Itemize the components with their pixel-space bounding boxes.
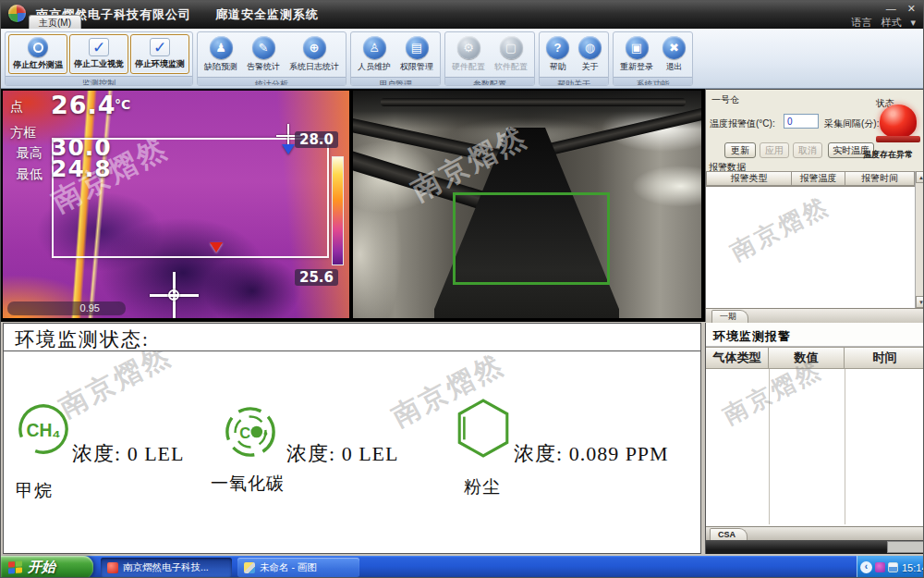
thermal-camera-feed[interactable]: 南京熠然 点 26.4 °C 方框 最高 30.0 最低 24.8 28.0 2…	[3, 91, 349, 318]
start-button[interactable]: 开始	[1, 556, 93, 578]
about-globe-icon: ◍	[578, 36, 602, 59]
scale-low-value: 25.6	[295, 269, 338, 286]
ribbon-group-statistics: ♟ 缺陷预测 ✎ 告警统计 ⊕ 系统日志统计 统计分析	[197, 31, 346, 86]
group-label: 系统功能	[614, 77, 692, 86]
ribbon: 停止红外测温 ✓ 停止工业视觉 ✓ 停止环境监测 监测控制 ♟ 缺陷预测	[1, 29, 924, 89]
stop-infrared-button[interactable]: 停止红外测温	[8, 34, 67, 74]
alarm-col-time[interactable]: 报警时间	[845, 171, 915, 186]
apply-button[interactable]: 应用	[760, 142, 789, 158]
scroll-up-icon[interactable]: ▲	[916, 171, 924, 183]
relogin-button[interactable]: ▣ 重新登录	[616, 34, 657, 75]
temp-alarm-label: 温度报警值(°C):	[710, 117, 775, 130]
dust-icon	[455, 398, 512, 459]
bin-title: 一号仓	[711, 93, 739, 106]
tab-phase-one[interactable]: 一期	[711, 310, 748, 323]
ribbon-group-monitor-control: 停止红外测温 ✓ 停止工业视觉 ✓ 停止环境监测 监测控制	[5, 31, 193, 86]
ribbon-group-user-management: ♙ 人员维护 ▤ 权限管理 用户管理	[350, 31, 441, 86]
permission-manage-button[interactable]: ▤ 权限管理	[396, 34, 437, 75]
cancel-button[interactable]: 取消	[793, 142, 822, 158]
relogin-icon: ▣	[626, 36, 649, 59]
ribbon-group-help-about: ? 帮助 ◍ 关于 帮助关于	[539, 31, 609, 86]
close-button[interactable]: ✕	[907, 3, 916, 15]
cctv-camera-feed[interactable]: 南京熠然	[353, 91, 701, 318]
style-menu[interactable]: 样式	[881, 16, 901, 30]
scroll-down-icon[interactable]: ▼	[916, 296, 924, 308]
tray-app-icon[interactable]	[875, 562, 885, 572]
stop-vision-button[interactable]: ✓ 停止工业视觉	[69, 34, 128, 74]
watermark: 南京熠然	[53, 351, 178, 427]
personnel-maintain-button[interactable]: ♙ 人员维护	[354, 34, 395, 75]
carbon-monoxide-reading: 浓度: 0 LEL	[286, 440, 398, 468]
scale-high-value: 28.0	[295, 131, 338, 148]
methane-reading: 浓度: 0 LEL	[72, 440, 184, 468]
max-label: 最高	[17, 145, 43, 162]
point-label: 点	[10, 99, 23, 116]
paint-task-icon	[244, 562, 255, 573]
env-alarm-title: 环境监测报警	[706, 323, 924, 347]
taskbar: 开始 南京熠然电子科技... 未命名 - 画图 ‹ 15:14	[1, 556, 924, 578]
ribbon-group-parameter-config: ⚙ 硬件配置 ▢ 软件配置 参数配置	[444, 31, 535, 86]
dust-reading: 浓度: 0.089 PPM	[514, 440, 669, 468]
carbon-monoxide-icon: C	[224, 405, 277, 459]
stop-env-monitor-button[interactable]: ✓ 停止环境监测	[130, 34, 189, 74]
group-label: 参数配置	[445, 77, 534, 86]
time-col[interactable]: 时间	[845, 347, 924, 369]
minimize-button[interactable]: —	[886, 3, 896, 15]
help-icon: ?	[546, 36, 569, 59]
center-crosshair-icon	[168, 289, 179, 301]
alarm-col-temp[interactable]: 报警温度	[792, 171, 845, 186]
syslog-statistics-button[interactable]: ⊕ 系统日志统计	[286, 34, 343, 75]
env-alarm-panel: 环境监测报警 气体类型 数值 时间 南京熠然 CSA	[705, 323, 924, 554]
software-config-button[interactable]: ▢ 软件配置	[491, 34, 531, 75]
tray-collapse-icon[interactable]: ‹	[860, 561, 872, 573]
tab-csa[interactable]: CSA	[710, 528, 748, 540]
about-button[interactable]: ◍ 关于	[575, 34, 605, 75]
detection-box	[453, 192, 610, 285]
alarm-table-body[interactable]: 南京熠然	[706, 186, 915, 308]
value-col[interactable]: 数值	[769, 347, 845, 369]
system-name: 廊道安全监测系统	[215, 7, 319, 21]
alarm-lamp-icon	[880, 105, 917, 138]
infrared-camera-icon	[28, 37, 48, 57]
update-button[interactable]: 更新	[724, 142, 756, 158]
csa-tab-strip: CSA	[706, 526, 924, 540]
gas-type-col[interactable]: 气体类型	[706, 347, 769, 369]
svg-text:CH₄: CH₄	[26, 421, 60, 440]
alarm-col-type[interactable]: 报警类型	[706, 171, 792, 186]
tab-home[interactable]: 主页(M)	[29, 15, 81, 29]
app-logo-icon	[8, 5, 26, 22]
box-label: 方框	[10, 125, 36, 141]
alarm-table-scrollbar[interactable]: ▲ ▼	[915, 171, 924, 308]
pipe-overlay	[534, 105, 701, 159]
exit-button[interactable]: ✖ 退出	[659, 34, 689, 75]
chevron-down-icon[interactable]: ▾	[910, 17, 916, 29]
temperature-scale-bar	[332, 156, 344, 265]
emissivity-value: 0.95	[7, 301, 126, 315]
carbon-monoxide-name: 一氧化碳	[211, 472, 285, 496]
help-button[interactable]: ? 帮助	[542, 34, 573, 75]
taskbar-item-paint[interactable]: 未命名 - 画图	[237, 558, 359, 577]
tray-monitor-icon[interactable]	[888, 562, 898, 572]
hardware-config-button[interactable]: ⚙ 硬件配置	[448, 34, 489, 75]
defect-prediction-button[interactable]: ♟ 缺陷预测	[201, 34, 241, 75]
taskbar-item-app[interactable]: 南京熠然电子科技...	[101, 558, 232, 577]
bottom-dark-bar	[706, 540, 924, 554]
methane-icon: CH₄	[17, 402, 70, 456]
control-panel: 一号仓 状态 温度报警值(°C): 采集间隔(分): 更新 应用 取消 实时温度…	[705, 89, 924, 322]
column-divider	[845, 369, 845, 524]
alarm-statistics-button[interactable]: ✎ 告警统计	[243, 34, 284, 75]
methane-name: 甲烷	[16, 479, 53, 503]
check-icon: ✓	[150, 38, 170, 56]
group-label: 监测控制	[6, 76, 192, 86]
language-menu[interactable]: 语言	[851, 16, 871, 30]
alarm-statistics-icon: ✎	[252, 36, 275, 59]
min-temp-marker-icon	[210, 242, 223, 252]
resize-grip[interactable]	[887, 541, 924, 553]
group-label: 帮助关于	[540, 77, 608, 86]
defect-prediction-icon: ♟	[210, 36, 233, 59]
title-bar: 南京熠然电子科技有限公司廊道安全监测系统 — ✕ 语言 样式 ▾ 主页(M)	[1, 1, 924, 29]
svg-text:C: C	[239, 424, 250, 441]
phase-tab-strip: 一期	[706, 308, 924, 323]
taskbar-clock: 15:14	[902, 562, 924, 573]
temp-alarm-input[interactable]	[784, 114, 819, 129]
